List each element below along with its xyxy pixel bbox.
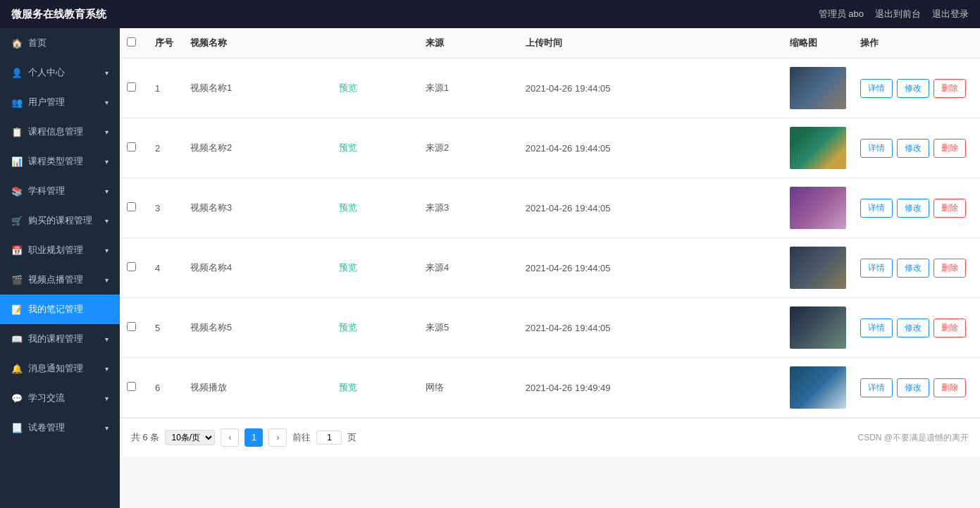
arrow-icon-notify: ▾ <box>105 365 108 373</box>
sidebar-item-course-info[interactable]: 📋 课程信息管理 ▾ <box>0 117 120 147</box>
sidebar-item-video[interactable]: 🎬 视频点播管理 ▾ <box>0 265 120 295</box>
sidebar-label-notify: 消息通知管理 <box>28 362 83 375</box>
row-id: 3 <box>148 178 183 238</box>
row-thumb <box>783 298 853 358</box>
sidebar-item-notify[interactable]: 🔔 消息通知管理 ▾ <box>0 354 120 383</box>
sidebar-icon-course-info: 📋 <box>11 127 23 137</box>
row-checkbox[interactable] <box>120 358 148 418</box>
row-status[interactable]: 预览 <box>332 358 418 418</box>
delete-btn-6[interactable]: 删除 <box>934 378 966 397</box>
detail-btn-5[interactable]: 详情 <box>860 318 893 337</box>
delete-btn-1[interactable]: 删除 <box>934 79 966 98</box>
next-page-btn[interactable]: › <box>268 428 287 447</box>
page-1-btn[interactable]: 1 <box>244 428 263 447</box>
col-status <box>332 28 418 58</box>
delete-btn-3[interactable]: 删除 <box>934 199 966 218</box>
main-content: 序号 视频名称 来源 上传时间 缩略图 操作 1 视频名称1 预览 来源1 20… <box>120 28 980 508</box>
row-status[interactable]: 预览 <box>332 58 418 118</box>
sidebar-icon-notes: 📝 <box>11 304 23 315</box>
footer-credit: CSDN @不要满是遗憾的离开 <box>857 432 969 444</box>
row-checkbox[interactable] <box>120 298 148 358</box>
thumbnail-6 <box>790 366 846 409</box>
edit-btn-6[interactable]: 修改 <box>897 378 929 397</box>
row-status[interactable]: 预览 <box>332 118 418 178</box>
pagination-left: 共 6 条 10条/页 20条/页 50条/页 ‹ 1 › 前往 页 <box>131 428 356 447</box>
page-size-select[interactable]: 10条/页 20条/页 50条/页 <box>165 430 215 445</box>
detail-btn-2[interactable]: 详情 <box>860 139 893 158</box>
thumbnail-4 <box>790 247 846 289</box>
row-thumb <box>783 58 853 118</box>
edit-btn-3[interactable]: 修改 <box>897 199 929 218</box>
delete-btn-2[interactable]: 删除 <box>934 139 966 158</box>
sidebar-icon-notify: 🔔 <box>11 364 23 374</box>
row-actions: 详情 修改 删除 <box>853 58 980 118</box>
sidebar-item-course-type[interactable]: 📊 课程类型管理 ▾ <box>0 147 120 176</box>
sidebar-item-exam[interactable]: 📃 试卷管理 ▾ <box>0 413 120 442</box>
row-time: 2021-04-26 19:44:05 <box>519 238 783 298</box>
row-id: 5 <box>148 298 183 358</box>
sidebar-item-home[interactable]: 🏠 首页 <box>0 28 120 58</box>
detail-btn-4[interactable]: 详情 <box>860 259 893 278</box>
sidebar-item-study[interactable]: 💬 学习交流 ▾ <box>0 383 120 413</box>
row-checkbox[interactable] <box>120 118 148 178</box>
row-time: 2021-04-26 19:44:05 <box>519 298 783 358</box>
sidebar-icon-purchase: 🛒 <box>11 216 23 226</box>
detail-btn-6[interactable]: 详情 <box>860 378 893 397</box>
row-thumb <box>783 238 853 298</box>
admin-label: 管理员 abo <box>819 8 864 20</box>
row-id: 1 <box>148 58 183 118</box>
row-status[interactable]: 预览 <box>332 238 418 298</box>
sidebar-item-my-course[interactable]: 📖 我的课程管理 ▾ <box>0 324 120 354</box>
sidebar-label-user-mgmt: 用户管理 <box>28 96 65 109</box>
sidebar-label-home: 首页 <box>28 37 46 49</box>
logout-btn[interactable]: 退出登录 <box>932 8 969 20</box>
goto-input[interactable] <box>316 430 342 445</box>
edit-btn-5[interactable]: 修改 <box>897 318 929 337</box>
detail-btn-3[interactable]: 详情 <box>860 199 893 218</box>
thumbnail-5 <box>790 306 846 349</box>
edit-btn-1[interactable]: 修改 <box>897 79 929 98</box>
sidebar-item-career[interactable]: 📅 职业规划管理 ▾ <box>0 235 120 265</box>
row-source: 来源1 <box>418 58 519 118</box>
sidebar-label-personal: 个人中心 <box>28 66 65 79</box>
row-actions: 详情 修改 删除 <box>853 358 980 418</box>
delete-btn-4[interactable]: 删除 <box>934 259 966 278</box>
sidebar-label-course-info: 课程信息管理 <box>28 125 83 138</box>
row-status[interactable]: 预览 <box>332 178 418 238</box>
row-checkbox[interactable] <box>120 238 148 298</box>
detail-btn-1[interactable]: 详情 <box>860 79 893 98</box>
select-all-checkbox[interactable] <box>127 37 136 47</box>
sidebar-item-purchase[interactable]: 🛒 购买的课程管理 ▾ <box>0 206 120 235</box>
arrow-icon-course-info: ▾ <box>105 128 108 136</box>
arrow-icon-subject: ▾ <box>105 187 108 195</box>
front-btn[interactable]: 退出到前台 <box>875 8 921 20</box>
row-checkbox[interactable] <box>120 178 148 238</box>
arrow-icon-video: ▾ <box>105 276 108 284</box>
row-source: 来源4 <box>418 238 519 298</box>
sidebar-item-personal[interactable]: 👤 个人中心 ▾ <box>0 58 120 87</box>
arrow-icon-user-mgmt: ▾ <box>105 99 108 106</box>
row-name: 视频名称3 <box>183 178 332 238</box>
row-source: 来源2 <box>418 118 519 178</box>
sidebar-item-notes[interactable]: 📝 我的笔记管理 <box>0 295 120 324</box>
row-time: 2021-04-26 19:44:05 <box>519 118 783 178</box>
sidebar-item-user-mgmt[interactable]: 👥 用户管理 ▾ <box>0 87 120 117</box>
col-source: 来源 <box>418 28 519 58</box>
row-actions: 详情 修改 删除 <box>853 238 980 298</box>
row-status[interactable]: 预览 <box>332 298 418 358</box>
row-source: 来源3 <box>418 178 519 238</box>
row-checkbox[interactable] <box>120 58 148 118</box>
delete-btn-5[interactable]: 删除 <box>934 318 966 337</box>
thumbnail-3 <box>790 187 846 229</box>
row-thumb <box>783 358 853 418</box>
row-source: 来源5 <box>418 298 519 358</box>
prev-page-btn[interactable]: ‹ <box>221 428 239 447</box>
sidebar-item-subject[interactable]: 📚 学科管理 ▾ <box>0 176 120 206</box>
arrow-icon-course-type: ▾ <box>105 158 108 166</box>
sidebar-label-my-course: 我的课程管理 <box>28 333 83 345</box>
table-row: 3 视频名称3 预览 来源3 2021-04-26 19:44:05 详情 修改… <box>120 178 980 238</box>
edit-btn-2[interactable]: 修改 <box>897 139 929 158</box>
edit-btn-4[interactable]: 修改 <box>897 259 929 278</box>
table-row: 5 视频名称5 预览 来源5 2021-04-26 19:44:05 详情 修改… <box>120 298 980 358</box>
table-row: 6 视频播放 预览 网络 2021-04-26 19:49:49 详情 修改 删… <box>120 358 980 418</box>
